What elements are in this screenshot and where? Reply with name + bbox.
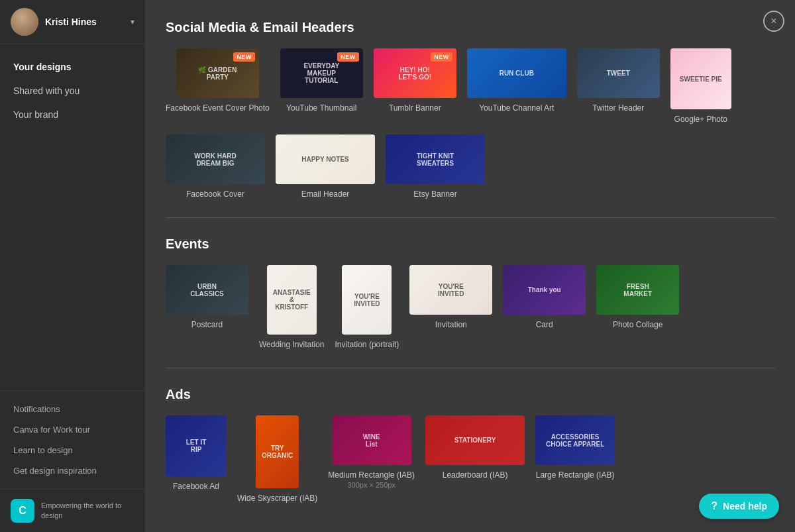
- social-media-title: Social Media & Email Headers: [166, 20, 775, 35]
- events-grid: URBNCLASSICS Postcard ANASTASIE&KRISTOFF…: [166, 265, 775, 349]
- template-label-fb-event: Facebook Event Cover Photo: [166, 103, 270, 113]
- template-thumb-wedding: ANASTASIE&KRISTOFF: [267, 265, 317, 335]
- events-section: Events URBNCLASSICS Postcard ANASTASIE&K…: [166, 237, 775, 349]
- template-leader[interactable]: STATIONERY Leaderboard (IAB): [425, 415, 525, 503]
- template-tumblr[interactable]: NEW HEY! HO!LET'S GO! Tumblr Banner: [374, 48, 456, 124]
- template-label-photo: Photo Collage: [613, 320, 662, 329]
- template-label-yt-thumb: YouTube Thumbnail: [286, 103, 356, 113]
- template-label-yt-art: YouTube Channel Art: [479, 103, 554, 113]
- main-content: × Social Media & Email Headers NEW 🌿 GAR…: [146, 0, 795, 532]
- sidebar-header[interactable]: Kristi Hines ▾: [0, 0, 145, 44]
- template-label-wedding: Wedding Invitation: [259, 340, 325, 349]
- template-thumb-leader: STATIONERY: [425, 415, 525, 465]
- template-email[interactable]: HAPPY NOTES Email Header: [276, 134, 375, 199]
- template-thumb-twitter: TWEET: [577, 48, 660, 98]
- sidebar-footer: C Empowering the world to design: [0, 489, 145, 532]
- need-help-label: Need help: [723, 501, 767, 511]
- template-thumb-photo: FRESHMARKET: [596, 265, 679, 315]
- template-fb-cover[interactable]: WORK HARDDREAM BIG Facebook Cover: [166, 134, 265, 199]
- template-thumb-fb-ad: LET ITRIP: [166, 415, 227, 476]
- sidebar-item-canva-tour[interactable]: Canva for Work tour: [0, 419, 145, 440]
- template-invite-port[interactable]: YOU'REINVITED Invitation (portrait): [335, 265, 399, 349]
- template-large-rect[interactable]: ACCESSORIESCHOICE APPAREL Large Rectangl…: [535, 415, 615, 503]
- template-label-twitter: Twitter Header: [592, 103, 644, 113]
- template-label-tumblr: Tumblr Banner: [389, 103, 441, 113]
- template-thumb-invite: YOU'REINVITED: [409, 265, 492, 315]
- avatar: [11, 8, 38, 36]
- template-label-wide-sky: Wide Skyscraper (IAB): [237, 494, 317, 503]
- sidebar-nav: Your designs Shared with you Your brand: [0, 44, 145, 390]
- chevron-down-icon[interactable]: ▾: [131, 17, 134, 27]
- template-wide-sky[interactable]: TRYORGANIC Wide Skyscraper (IAB): [237, 415, 317, 503]
- new-badge-yt-thumb: NEW: [337, 52, 359, 62]
- close-button[interactable]: ×: [763, 11, 784, 32]
- template-thumb-wide-sky: TRYORGANIC: [256, 415, 299, 488]
- template-thumb-invite-port: YOU'REINVITED: [342, 265, 392, 335]
- ads-title: Ads: [166, 387, 775, 402]
- sidebar-item-notifications[interactable]: Notifications: [0, 399, 145, 419]
- new-badge-tumblr: NEW: [431, 52, 452, 62]
- sidebar-item-your-brand[interactable]: Your brand: [0, 103, 145, 127]
- ads-section: Ads LET ITRIP Facebook Ad TRYORGANIC Wid…: [166, 387, 775, 503]
- template-thumb-gplus: SWEETIE PIE: [670, 48, 731, 109]
- template-thumb-yt-thumb: NEW EVERYDAYMAKEUPTUTORIAL: [280, 48, 363, 98]
- template-label-leader: Leaderboard (IAB): [443, 470, 508, 480]
- template-label-postcard: Postcard: [191, 320, 223, 329]
- sidebar-item-shared-with-you[interactable]: Shared with you: [0, 79, 145, 103]
- template-label-email: Email Header: [301, 189, 350, 199]
- template-thumb-etsy: TIGHT KNITSWEATERS: [386, 134, 485, 184]
- template-yt-thumb[interactable]: NEW EVERYDAYMAKEUPTUTORIAL YouTube Thumb…: [280, 48, 363, 124]
- template-wedding[interactable]: ANASTASIE&KRISTOFF Wedding Invitation: [259, 265, 325, 349]
- sidebar-item-learn-design[interactable]: Learn to design: [0, 440, 145, 460]
- template-photo[interactable]: FRESHMARKET Photo Collage: [596, 265, 679, 349]
- template-thumb-yt-art: RUN CLUB: [467, 48, 566, 98]
- help-icon: ?: [711, 500, 717, 512]
- template-label-card: Card: [536, 320, 553, 329]
- social-media-grid: NEW 🌿 GARDENPARTY Facebook Event Cover P…: [166, 48, 775, 199]
- template-label-invite: Invitation: [435, 320, 467, 329]
- social-media-section: Social Media & Email Headers NEW 🌿 GARDE…: [166, 20, 775, 199]
- sidebar: Kristi Hines ▾ Your designs Shared with …: [0, 0, 146, 532]
- template-thumb-fb-cover: WORK HARDDREAM BIG: [166, 134, 265, 184]
- template-thumb-fb-event: NEW 🌿 GARDENPARTY: [176, 48, 259, 98]
- ads-grid: LET ITRIP Facebook Ad TRYORGANIC Wide Sk…: [166, 415, 775, 503]
- template-etsy[interactable]: TIGHT KNITSWEATERS Etsy Banner: [386, 134, 485, 199]
- footer-tagline: Empowering the world to design: [41, 501, 134, 521]
- template-label-gplus: Google+ Photo: [674, 115, 727, 124]
- template-thumb-large-rect: ACCESSORIESCHOICE APPAREL: [535, 415, 615, 465]
- template-thumb-tumblr: NEW HEY! HO!LET'S GO!: [374, 48, 456, 98]
- events-title: Events: [166, 237, 775, 252]
- template-invite[interactable]: YOU'REINVITED Invitation: [409, 265, 492, 349]
- sidebar-bottom: Notifications Canva for Work tour Learn …: [0, 390, 145, 489]
- template-sublabel-med-rect: 300px × 250px: [347, 481, 395, 489]
- template-label-invite-port: Invitation (portrait): [335, 340, 399, 349]
- template-fb-event[interactable]: NEW 🌿 GARDENPARTY Facebook Event Cover P…: [166, 48, 270, 124]
- template-twitter[interactable]: TWEET Twitter Header: [577, 48, 660, 124]
- template-label-large-rect: Large Rectangle (IAB): [536, 470, 615, 480]
- template-thumb-email: HAPPY NOTES: [276, 134, 375, 184]
- sidebar-item-design-inspiration[interactable]: Get design inspiration: [0, 460, 145, 481]
- section-divider-1: [166, 217, 775, 218]
- sidebar-item-your-designs[interactable]: Your designs: [0, 55, 145, 79]
- template-thumb-postcard: URBNCLASSICS: [166, 265, 248, 315]
- template-gplus[interactable]: SWEETIE PIE Google+ Photo: [670, 48, 731, 124]
- section-divider-2: [166, 368, 775, 368]
- canva-logo[interactable]: C: [11, 499, 34, 523]
- need-help-button[interactable]: ? Need help: [699, 494, 779, 519]
- template-med-rect[interactable]: WINEList Medium Rectangle (IAB) 300px × …: [328, 415, 415, 503]
- template-label-etsy: Etsy Banner: [413, 189, 456, 199]
- avatar-image: [11, 8, 38, 36]
- template-thumb-med-rect: WINEList: [332, 415, 411, 465]
- template-label-med-rect: Medium Rectangle (IAB): [328, 470, 415, 480]
- username-label: Kristi Hines: [45, 17, 124, 27]
- template-yt-art[interactable]: RUN CLUB YouTube Channel Art: [467, 48, 566, 124]
- template-label-fb-ad: Facebook Ad: [173, 482, 219, 491]
- template-fb-ad[interactable]: LET ITRIP Facebook Ad: [166, 415, 227, 503]
- template-postcard[interactable]: URBNCLASSICS Postcard: [166, 265, 248, 349]
- template-label-fb-cover: Facebook Cover: [186, 189, 244, 199]
- new-badge-fb-event: NEW: [233, 52, 255, 62]
- template-thumb-card: Thank you: [503, 265, 586, 315]
- template-card[interactable]: Thank you Card: [503, 265, 586, 349]
